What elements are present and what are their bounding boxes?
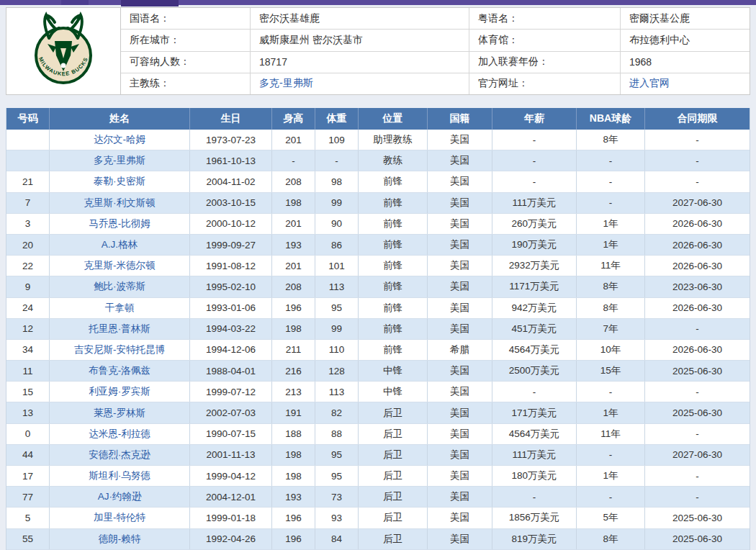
cell-nationality: 美国 <box>428 424 492 444</box>
value-capacity: 18717 <box>251 52 469 73</box>
cell-name[interactable]: 加里-特伦特 <box>50 508 190 528</box>
cell-number: 0 <box>6 424 50 444</box>
cell-name[interactable]: 多克-里弗斯 <box>50 150 190 171</box>
cell-name[interactable]: A.J.格林 <box>50 235 190 255</box>
table-row: 多克-里弗斯1961-10-13--教练美国--- <box>6 150 750 171</box>
cell-birthday: 1961-10-13 <box>190 150 272 171</box>
info-row: 所在城市： 威斯康星州 密尔沃基市 体育馆： 布拉德利中心 <box>121 30 750 51</box>
cell-salary: 111万美元 <box>492 193 577 213</box>
cell-height: 211 <box>272 340 315 360</box>
column-header-weight: 体重 <box>315 108 359 130</box>
official-site-link[interactable]: 进入官网 <box>621 73 750 94</box>
cell-name[interactable]: 马乔恩-比彻姆 <box>50 214 190 234</box>
cell-name[interactable]: 克里斯·利文斯顿 <box>50 193 190 213</box>
cell-nationality: 美国 <box>428 193 492 213</box>
info-row: 可容纳人数： 18717 加入联赛年份： 1968 <box>121 52 750 73</box>
cell-contract_until: - <box>645 171 750 191</box>
nav-tab-fragment-active[interactable] <box>121 0 179 6</box>
cell-weight: 95 <box>315 466 359 486</box>
cell-contract_until: 2027-06-30 <box>645 445 750 465</box>
cell-nationality: 美国 <box>428 508 492 528</box>
cell-nba_years: 10年 <box>577 340 645 360</box>
cell-height: 196 <box>272 529 315 549</box>
cell-nationality: 美国 <box>428 402 492 423</box>
column-header-number: 号码 <box>6 108 50 130</box>
cell-name[interactable]: 吉安尼斯-安特托昆博 <box>50 340 190 360</box>
cell-salary: 1856万美元 <box>492 508 577 528</box>
cell-height: 193 <box>272 487 315 507</box>
cell-name[interactable]: 鲍比·波蒂斯 <box>50 276 190 297</box>
cell-name[interactable]: 利亚姆·罗宾斯 <box>50 382 190 402</box>
cell-name[interactable]: 安德烈·杰克逊 <box>50 445 190 465</box>
cell-birthday: 1999-01-18 <box>190 508 272 528</box>
cell-name[interactable]: 斯坦利·乌努德 <box>50 466 190 486</box>
label-city: 所在城市： <box>121 30 251 50</box>
cell-nba_years: - <box>577 382 645 402</box>
cell-name[interactable]: 德朗-赖特 <box>50 529 190 549</box>
cell-nationality: 美国 <box>428 529 492 549</box>
cell-number: 22 <box>6 256 50 276</box>
table-row: 0达米恩-利拉德1990-07-1518888后卫美国4564万美元11年- <box>6 424 750 445</box>
cell-name[interactable]: 达尔文-哈姆 <box>50 130 190 150</box>
cell-position: 前锋 <box>359 235 428 255</box>
cell-contract_until: 2026-06-30 <box>645 340 750 360</box>
value-cn-name: 密尔沃基雄鹿 <box>251 8 469 29</box>
cell-name[interactable]: 干拿頓 <box>50 298 190 318</box>
cell-nationality: 美国 <box>428 298 492 318</box>
cell-contract_until: 2026-06-30 <box>645 256 750 276</box>
cell-weight: 101 <box>315 256 359 276</box>
cell-contract_until: 2026-06-30 <box>645 235 750 255</box>
cell-weight: 99 <box>315 193 359 213</box>
cell-contract_until: - <box>645 382 750 402</box>
cell-weight: - <box>315 150 359 171</box>
cell-nba_years: 8年 <box>577 276 645 297</box>
cell-nba_years: - <box>577 193 645 213</box>
cell-nba_years: 1年 <box>577 214 645 234</box>
label-cn-name: 国语名： <box>121 8 251 29</box>
cell-nba_years: 7年 <box>577 319 645 339</box>
cell-name[interactable]: 克里斯-米德尔顿 <box>50 256 190 276</box>
cell-weight: 93 <box>315 508 359 528</box>
info-row: 主教练： 多克-里弗斯 官方网址： 进入官网 <box>121 73 750 94</box>
cell-name[interactable]: 达米恩-利拉德 <box>50 424 190 444</box>
cell-height: 198 <box>272 193 315 213</box>
cell-position: 教练 <box>359 150 428 171</box>
cell-nba_years: 8年 <box>577 130 645 150</box>
cell-height: 198 <box>272 445 315 465</box>
cell-birthday: 2000-10-12 <box>190 214 272 234</box>
cell-nationality: 美国 <box>428 466 492 486</box>
cell-nationality: 美国 <box>428 256 492 276</box>
cell-height: 213 <box>272 382 315 402</box>
cell-nationality: 美国 <box>428 130 492 150</box>
cell-contract_until: 2027-06-30 <box>645 193 750 213</box>
cell-nba_years: 15年 <box>577 361 645 381</box>
cell-name[interactable]: 莱恩-罗林斯 <box>50 402 190 423</box>
label-capacity: 可容纳人数： <box>121 52 251 73</box>
cell-name[interactable]: 布鲁克-洛佩兹 <box>50 361 190 381</box>
nav-tab-fragment[interactable] <box>61 0 89 5</box>
cell-name[interactable]: AJ·约翰逊 <box>50 487 190 507</box>
cell-nba_years: 8年 <box>577 529 645 549</box>
cell-nba_years: - <box>577 171 645 191</box>
table-row: 44安德烈·杰克逊2001-11-1319895后卫美国111万美元-2027-… <box>6 445 750 466</box>
cell-name[interactable]: 托里恩·普林斯 <box>50 319 190 339</box>
column-header-salary: 年薪 <box>492 108 577 130</box>
label-cantonese-name: 粤语名： <box>469 8 621 29</box>
table-row: 21泰勒·史密斯2004-11-0220898前锋美国--- <box>6 171 750 192</box>
cell-salary: 111万美元 <box>492 445 577 465</box>
cell-number: 13 <box>6 402 50 423</box>
label-official-site: 官方网址： <box>469 73 621 94</box>
cell-name[interactable]: 泰勒·史密斯 <box>50 171 190 191</box>
cell-position: 后卫 <box>359 445 428 465</box>
roster-header-row: 号码姓名生日身高体重位置国籍年薪NBA球龄合同期限 <box>6 108 750 130</box>
cell-number: 20 <box>6 235 50 255</box>
table-row: 15利亚姆·罗宾斯1999-07-12213113中锋美国--- <box>6 382 750 402</box>
table-row: 达尔文-哈姆1973-07-23201109助理教练美国-8年- <box>6 130 750 150</box>
cell-salary: 2500万美元 <box>492 361 577 381</box>
cell-contract_until: - <box>645 487 750 507</box>
cell-height: 198 <box>272 319 315 339</box>
head-coach-link[interactable]: 多克-里弗斯 <box>251 73 469 94</box>
roster-table: 号码姓名生日身高体重位置国籍年薪NBA球龄合同期限 达尔文-哈姆1973-07-… <box>6 108 750 550</box>
cell-number: 21 <box>6 171 50 191</box>
cell-contract_until: 2025-06-30 <box>645 529 750 549</box>
